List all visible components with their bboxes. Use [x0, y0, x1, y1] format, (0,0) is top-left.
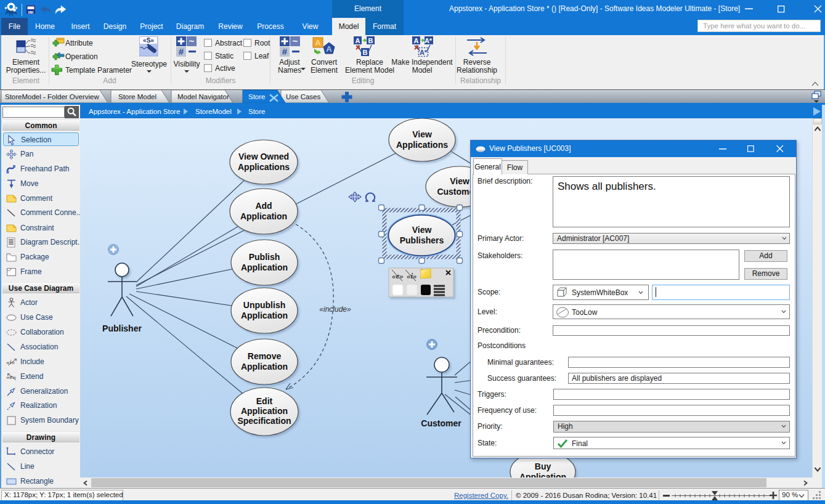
svg-text:«i»: «i» — [6, 358, 15, 365]
svg-text:#: # — [282, 46, 288, 57]
svg-text:Store Model: Store Model — [118, 93, 156, 100]
svg-text:#: # — [179, 46, 184, 57]
svg-text:Model Navigator: Model Navigator — [177, 93, 229, 100]
svg-text:A: A — [326, 44, 332, 54]
svg-text:A: A — [315, 38, 321, 47]
svg-text:Customer: Customer — [421, 418, 461, 428]
svg-text:B: B — [368, 37, 373, 44]
svg-text:A: A — [414, 37, 419, 44]
svg-text:~: ~ — [293, 36, 298, 46]
svg-text:«S»: «S» — [143, 37, 154, 44]
svg-text:A: A — [356, 37, 360, 44]
svg-text:«include»: «include» — [319, 305, 351, 314]
svg-text:A*: A* — [425, 37, 433, 44]
svg-text:Store: Store — [248, 93, 266, 100]
svg-text:~: ~ — [189, 36, 195, 46]
svg-text:A*: A* — [420, 49, 428, 56]
svg-text:Publisher: Publisher — [102, 323, 142, 333]
svg-text:RemoveApplication: RemoveApplication — [241, 351, 288, 372]
svg-text:Use Cases: Use Cases — [286, 93, 320, 100]
svg-text:View OwnedApplications: View OwnedApplications — [238, 152, 290, 172]
svg-text:B: B — [363, 49, 368, 56]
svg-text:UnpublishApplication: UnpublishApplication — [241, 300, 288, 320]
svg-text:StoreModel - Folder Overview: StoreModel - Folder Overview — [5, 93, 99, 100]
